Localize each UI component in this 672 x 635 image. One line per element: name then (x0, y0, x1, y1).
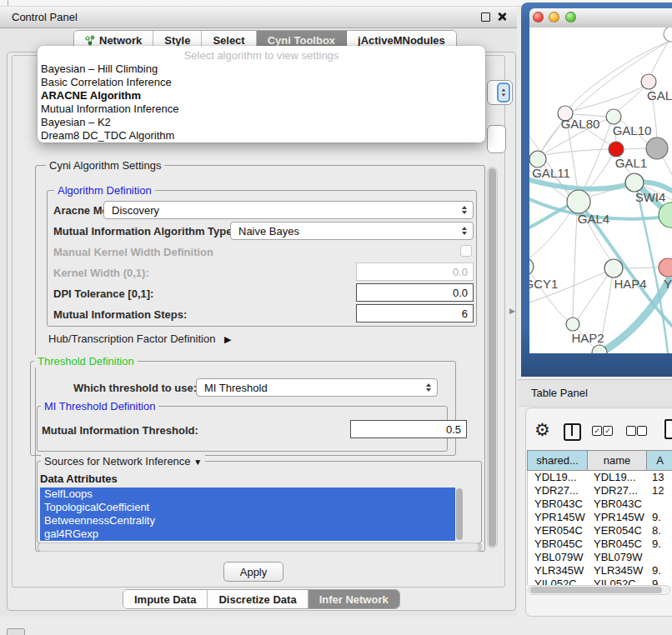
table-cell[interactable] (649, 498, 672, 511)
table-cell[interactable]: YDR27... (528, 484, 589, 498)
algorithm-option[interactable]: ARACNE Algorithm (38, 89, 485, 102)
algorithm-option[interactable]: Bayesian – Hill Climbing (38, 62, 485, 76)
column-header-name[interactable]: name (587, 450, 647, 471)
hub-definition-expander[interactable]: Hub/Transcription Factor Definition ▶ (48, 332, 231, 345)
table-cell[interactable]: YBR045C (528, 538, 589, 551)
settings-hscrollbar-thumb[interactable] (38, 543, 479, 551)
zoom-traffic-light-icon[interactable] (565, 12, 576, 22)
algorithm-option[interactable]: Dream8 DC_TDC Algorithm (38, 129, 485, 142)
network-node[interactable] (641, 74, 656, 89)
attributes-scrollbar-thumb[interactable] (456, 488, 463, 540)
tab-impute-data[interactable]: Impute Data (123, 590, 208, 608)
table-cell[interactable]: YDL19... (528, 471, 589, 484)
table-row[interactable]: YDL19...YDL19...13 (528, 471, 672, 484)
settings-scrollbar-thumb[interactable] (489, 168, 496, 547)
table-cell[interactable]: 9. (649, 538, 672, 551)
settings-hscrollbar[interactable] (37, 542, 482, 552)
table-cell[interactable]: YBL079W (589, 551, 649, 564)
network-node[interactable] (606, 109, 621, 124)
combo-stepper-focus[interactable] (497, 82, 510, 102)
table-cell[interactable]: YDL19... (589, 471, 649, 484)
network-node[interactable] (529, 151, 546, 168)
close-traffic-light-icon[interactable] (533, 12, 544, 22)
columns-icon[interactable] (564, 423, 581, 441)
aracne-mode-combo[interactable]: Discovery (103, 201, 474, 219)
table-hscrollbar[interactable] (528, 585, 670, 595)
kernel-width-input[interactable]: 0.0 (356, 262, 474, 281)
network-node[interactable] (659, 258, 672, 277)
table-cell[interactable]: 8. (649, 524, 672, 538)
table-cell[interactable]: 9. (649, 511, 672, 524)
network-combo-fragment[interactable] (487, 125, 506, 153)
network-node[interactable] (625, 173, 644, 192)
tab-infer-network[interactable]: Infer Network (308, 590, 399, 608)
table-cell[interactable]: YER054C (589, 524, 649, 538)
table-cell[interactable]: YIL052C (589, 578, 649, 585)
table-cell[interactable]: YDR27... (589, 484, 649, 498)
table-row[interactable]: YLR345WYLR345W9. (528, 564, 672, 578)
dpi-tolerance-input[interactable]: 0.0 (356, 283, 474, 302)
table-row[interactable]: YER054CYER054C8. (528, 524, 672, 538)
network-node[interactable] (566, 318, 579, 331)
column-header-shared-name[interactable]: shared... (527, 450, 588, 471)
float-window-icon[interactable] (481, 12, 490, 22)
table-cell[interactable]: 9. (649, 578, 672, 585)
unchecked-checkbox-icon[interactable] (637, 426, 647, 436)
table-cell[interactable]: YBR043C (528, 498, 589, 511)
checked-checkbox-icon[interactable]: ✓ (592, 426, 602, 436)
table-cell[interactable]: 12 (649, 484, 672, 498)
column-header-partial[interactable]: A (646, 450, 672, 471)
table-cell[interactable]: YIL052C (528, 578, 589, 585)
network-node[interactable] (646, 138, 668, 159)
close-icon[interactable] (497, 12, 507, 22)
algorithm-option[interactable]: Bayesian – K2 (38, 116, 485, 129)
table-row[interactable]: YBR043CYBR043C (528, 498, 672, 511)
mi-threshold-input[interactable]: 0.5 (350, 420, 467, 438)
unchecked-checkbox-icon[interactable] (626, 426, 636, 436)
attribute-item[interactable]: gal4RGexp (40, 528, 455, 541)
table-cell[interactable]: 9. (649, 564, 672, 578)
attribute-item[interactable]: BetweennessCentrality (40, 514, 455, 528)
table-cell[interactable]: 13 (649, 471, 672, 484)
network-node[interactable] (604, 259, 623, 278)
inference-algorithm-combo-fragment[interactable] (487, 80, 513, 105)
mi-type-combo[interactable]: Naive Bayes (230, 222, 474, 240)
table-hscrollbar-thumb[interactable] (530, 587, 662, 593)
network-canvas[interactable]: GALGAL80GAL10GAL1GAL11SWI4GAL4GCY1HAP4YH… (529, 28, 672, 353)
attribute-item[interactable]: SelfLoops (40, 488, 455, 501)
manual-kernel-checkbox[interactable] (460, 245, 472, 257)
table-cell[interactable]: YLR345W (589, 564, 649, 578)
table-row[interactable]: YIL052CYIL052C9. (528, 578, 672, 585)
network-node[interactable] (567, 190, 590, 213)
tab-discretize-data[interactable]: Discretize Data (208, 590, 308, 608)
table-row[interactable]: YBL079WYBL079W (528, 551, 672, 564)
settings-scrollbar[interactable] (487, 167, 498, 548)
algorithm-option[interactable]: Mutual Information Inference (38, 102, 485, 116)
minimize-traffic-light-icon[interactable] (549, 12, 559, 22)
table-row[interactable]: YDR27...YDR27...12 (528, 484, 672, 498)
table-cell[interactable]: YBR043C (589, 498, 649, 511)
table-row[interactable]: YPR145WYPR145W9. (528, 511, 672, 524)
apply-button[interactable]: Apply (223, 562, 283, 582)
checked-checkbox-icon[interactable]: ✓ (603, 426, 613, 436)
splitpane-handle-icon[interactable]: ▶ (509, 307, 515, 315)
table-cell[interactable]: YLR345W (528, 564, 589, 578)
table-cell[interactable]: YBR045C (589, 538, 649, 551)
network-node[interactable] (664, 28, 672, 42)
network-node[interactable] (529, 258, 534, 275)
which-threshold-combo[interactable]: MI Threshold (196, 378, 438, 397)
gear-icon[interactable]: ⚙ (534, 420, 550, 440)
table-cell[interactable] (649, 551, 672, 564)
table-cell[interactable]: YPR145W (589, 511, 649, 524)
table-cell[interactable]: YPR145W (528, 511, 589, 524)
mi-steps-input[interactable]: 6 (356, 304, 474, 322)
page-icon[interactable] (664, 419, 672, 439)
algorithm-option[interactable]: Basic Correlation Inference (38, 76, 485, 89)
network-node[interactable] (609, 142, 624, 157)
table-cell[interactable]: YBL079W (528, 551, 589, 564)
table-cell[interactable]: YER054C (528, 524, 589, 538)
minimized-panel-icon[interactable] (7, 628, 25, 635)
table-row[interactable]: YBR045CYBR045C9. (528, 538, 672, 551)
attribute-item[interactable]: TopologicalCoefficient (40, 501, 455, 514)
triangle-down-icon[interactable]: ▼ (193, 458, 202, 467)
